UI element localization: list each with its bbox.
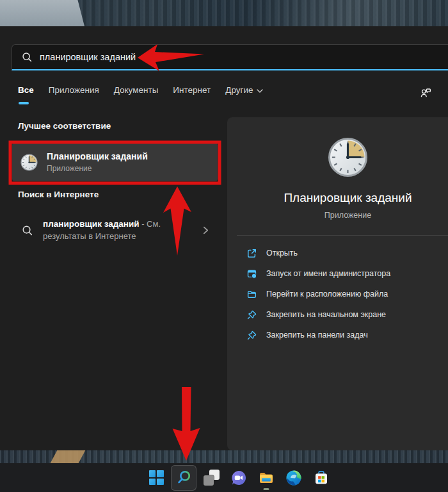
- search-icon: [21, 51, 33, 63]
- tab-more[interactable]: Другие: [225, 85, 263, 99]
- task-view-button[interactable]: [198, 465, 224, 491]
- tab-documents[interactable]: Документы: [114, 85, 159, 99]
- web-search-result[interactable]: планировщик заданий - См. результаты в И…: [12, 213, 218, 247]
- start-button[interactable]: [143, 465, 169, 491]
- desktop-wallpaper-bottom: [0, 450, 448, 463]
- person-chat-icon: [420, 86, 432, 99]
- action-open-file-location[interactable]: Перейти к расположению файла: [246, 284, 444, 304]
- action-pin-to-start[interactable]: Закрепить на начальном экране: [246, 304, 444, 325]
- account-feedback-button[interactable]: [417, 84, 434, 101]
- search-input[interactable]: [40, 52, 308, 62]
- preview-app-subtitle: Приложение: [248, 211, 448, 220]
- edge-icon: [285, 470, 302, 486]
- chevron-down-icon: [257, 89, 263, 93]
- store-icon: [313, 470, 330, 486]
- taskbar: [0, 463, 448, 492]
- action-open[interactable]: Открыть: [246, 243, 444, 263]
- search-filter-tabs: Все Приложения Документы Интернет Другие: [18, 85, 263, 99]
- action-pin-to-taskbar[interactable]: Закрепить на панели задач: [246, 325, 444, 345]
- web-search-header: Поиск в Интернете: [18, 190, 99, 199]
- web-suffix-text: - См.: [140, 219, 161, 229]
- action-label: Перейти к расположению файла: [266, 290, 388, 299]
- chat-icon: [230, 470, 247, 486]
- preview-app-title: Планировщик заданий: [248, 191, 448, 205]
- action-label: Закрепить на панели задач: [266, 331, 368, 340]
- store-button[interactable]: [308, 465, 334, 491]
- search-icon: [21, 224, 33, 236]
- chevron-right-icon[interactable]: [203, 226, 209, 234]
- action-list: Открыть Запуск от имени администратора П…: [246, 243, 444, 345]
- wallpaper-light-area: [0, 0, 84, 26]
- taskbar-icon-group: [143, 463, 334, 492]
- tab-all[interactable]: Все: [18, 85, 34, 99]
- windows-logo-icon: [149, 470, 164, 485]
- search-flyout-panel: Все Приложения Документы Интернет Другие…: [0, 26, 448, 450]
- tab-apps[interactable]: Приложения: [49, 85, 99, 99]
- running-indicator: [264, 488, 269, 490]
- action-label: Закрепить на начальном экране: [266, 310, 386, 319]
- windows-search-screen: Все Приложения Документы Интернет Другие…: [0, 0, 448, 492]
- chat-button[interactable]: [226, 465, 252, 491]
- divider: [237, 235, 448, 236]
- pin-icon: [246, 309, 257, 320]
- task-scheduler-icon-large: [328, 137, 368, 177]
- open-external-icon: [246, 248, 257, 259]
- web-query-text: планировщик заданий: [43, 219, 140, 229]
- edge-button[interactable]: [281, 465, 307, 491]
- search-icon: [176, 470, 192, 486]
- best-match-header: Лучшее соответствие: [18, 121, 111, 131]
- web-line2-text: результаты в Интернете: [43, 231, 193, 241]
- best-match-result[interactable]: Планировщик заданий Приложение: [12, 143, 218, 181]
- task-view-icon: [204, 470, 220, 486]
- folder-icon: [246, 289, 257, 300]
- best-match-subtitle: Приложение: [47, 164, 148, 173]
- file-explorer-icon: [258, 470, 275, 486]
- taskbar-search-button[interactable]: [171, 465, 196, 491]
- file-explorer-button[interactable]: [253, 465, 279, 491]
- search-box[interactable]: [12, 44, 448, 70]
- action-label: Открыть: [266, 249, 298, 258]
- desktop-wallpaper-top: [0, 0, 448, 26]
- wallpaper-stripe: [51, 450, 86, 463]
- pin-icon: [246, 330, 257, 341]
- best-match-title: Планировщик заданий: [47, 151, 148, 161]
- task-scheduler-icon: [20, 154, 38, 171]
- action-label: Запуск от имени администратора: [266, 269, 390, 278]
- tab-web[interactable]: Интернет: [173, 85, 211, 99]
- run-as-admin-icon: [246, 268, 257, 279]
- action-run-as-admin[interactable]: Запуск от имени администратора: [246, 263, 444, 284]
- result-preview-card: Планировщик заданий Приложение Открыть З…: [227, 117, 448, 450]
